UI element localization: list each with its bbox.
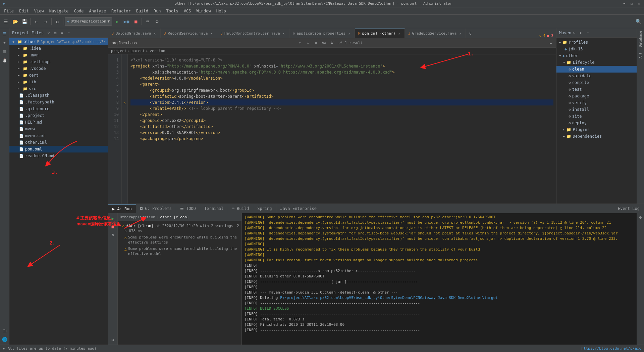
tree-item-mvnwcmd[interactable]: 📄 mvnw.cmd (9, 132, 108, 139)
maven-install-item[interactable]: ⚙ install (556, 106, 637, 113)
tree-item-root[interactable]: ▼ 📁 other F:\project\AI\axc.px82.com\Loo… (9, 38, 108, 45)
breadcrumb-project[interactable]: project (111, 49, 126, 53)
tree-item-idea[interactable]: ► 📁 .idea (9, 45, 108, 52)
maven-compile-item[interactable]: ⚙ compile (556, 79, 637, 86)
tree-item-classpath[interactable]: 📄 .classpath (9, 92, 108, 99)
tab-gradelogservice[interactable]: J GradeLogService.java ✕ (405, 29, 466, 38)
right-tab-database[interactable]: Database (637, 28, 644, 50)
menu-run[interactable]: Run (151, 8, 164, 14)
bottom-tab-run[interactable]: ▶ 4: Run (108, 204, 136, 213)
run-config-dropdown[interactable]: ◆ OtherApplication ▼ (65, 17, 112, 26)
tab-close-button[interactable]: ✕ (458, 31, 462, 35)
search-regex-button[interactable]: .* (337, 40, 343, 46)
bottom-tab-build[interactable]: ⌨ Build (228, 204, 254, 213)
menu-tools[interactable]: Tools (164, 8, 181, 14)
panel-minimize-button[interactable]: − (66, 30, 72, 36)
run-start-button[interactable]: ▶ (109, 215, 117, 222)
menu-edit[interactable]: Edit (16, 8, 32, 14)
project-icon[interactable]: ☰ (1, 30, 9, 38)
tree-item-mvnw[interactable]: 📄 mvnw (9, 126, 108, 132)
run-rerun-button[interactable]: ↻ (109, 231, 117, 238)
panel-gear-button[interactable]: ⚙ (59, 30, 65, 36)
web-icon[interactable]: 🌐 (1, 335, 9, 343)
structure-icon[interactable]: ▦ (1, 47, 9, 55)
tree-item-settings[interactable]: ► 📁 .settings (9, 58, 108, 65)
menu-refactor[interactable]: Refactor (109, 8, 133, 14)
search-everywhere-button[interactable]: 🔍 (634, 17, 643, 26)
tree-item-vscode[interactable]: ► 📁 .vscode (9, 65, 108, 72)
open-button[interactable]: 📂 (11, 17, 19, 26)
tree-item-cert[interactable]: ► 📁 cert (9, 72, 108, 79)
menu-vcs[interactable]: VCS (181, 8, 194, 14)
menu-file[interactable]: File (1, 8, 16, 14)
minimize-button[interactable]: − (622, 1, 627, 6)
back-button[interactable]: ← (32, 17, 41, 26)
search-close-button[interactable]: ✕ (313, 40, 319, 46)
right-tab-ant[interactable]: Ant (637, 50, 644, 61)
tab-uploadgrade[interactable]: J UploadGrade.java ✕ (108, 29, 161, 38)
tab-close-button[interactable]: ✕ (347, 31, 351, 35)
bottom-tab-java-enterprise[interactable]: Java Enterprise (276, 204, 321, 213)
menu-code[interactable]: Code (71, 8, 87, 14)
bottom-tab-problems[interactable]: ◘ 6: Problems (136, 204, 176, 213)
search-word-button[interactable]: W (329, 40, 335, 46)
maven-package-item[interactable]: ⚙ package (556, 93, 637, 99)
maven-minimize-button[interactable]: − (585, 30, 591, 36)
menu-view[interactable]: View (32, 8, 47, 14)
maven-lifecycle-item[interactable]: ▼ 📁 Lifecycle (556, 59, 637, 66)
tab-pomxml[interactable]: M pom.xml (other) ✕ (355, 29, 405, 38)
maven-other-item[interactable]: ▼ ◆ other (556, 52, 637, 59)
delete-path-link[interactable]: F:\project\AI\axc.px82.com\LoopV5\bsn_sd… (280, 296, 498, 300)
search-input[interactable] (110, 40, 295, 46)
tab-helloworldcontroller[interactable]: J HelloWorldController.java ✕ (217, 29, 289, 38)
tree-item-factorypath[interactable]: 📄 .factorypath (9, 99, 108, 105)
breadcrumb-parent[interactable]: parent (131, 49, 145, 53)
close-button[interactable]: ✕ (637, 1, 641, 6)
tree-item-helpmd[interactable]: 📄 HELP.md (9, 119, 108, 126)
panel-settings-button[interactable]: ⚙ (46, 30, 52, 36)
save-button[interactable]: 💾 (20, 17, 29, 26)
tab-close-button[interactable]: ✕ (153, 31, 157, 35)
maven-verify-item[interactable]: ⚙ verify (556, 99, 637, 106)
tree-item-project[interactable]: 📄 .project (9, 112, 108, 119)
tree-item-mvn[interactable]: ► 📁 .mvn (9, 52, 108, 58)
menu-help[interactable]: Help (214, 8, 229, 14)
maven-clean-item[interactable]: ⚙ clean (556, 66, 637, 73)
new-file-button[interactable]: ☰ (1, 17, 10, 26)
refresh-button[interactable]: ↻ (53, 17, 62, 26)
run-settings-button[interactable]: ⚙ (109, 336, 117, 343)
console-output[interactable]: [WARNING] Some problems were encountered… (242, 213, 637, 345)
search-prev-button[interactable]: ↑ (297, 40, 303, 46)
build-project-button[interactable]: ⌨ (143, 17, 152, 26)
breadcrumb-version[interactable]: version (150, 49, 165, 53)
maven-execute-button[interactable]: ▶ (578, 30, 584, 36)
forward-button[interactable]: → (41, 17, 50, 26)
git-icon[interactable]: ⛄ (1, 56, 9, 64)
search-settings-icon[interactable]: ≡ (547, 40, 554, 46)
bottom-tab-terminal[interactable]: Terminal (200, 204, 228, 213)
debug-button[interactable]: ▶● (122, 17, 131, 26)
maven-validate-item[interactable]: ⚙ validate (556, 73, 637, 79)
tree-item-src[interactable]: ► 📁 src (9, 85, 108, 92)
run-stop-button[interactable]: ■ (109, 223, 117, 230)
maven-site-item[interactable]: ⚙ site (556, 113, 637, 120)
tab-recordservice[interactable]: J RecordService.java ✕ (161, 29, 217, 38)
maximize-button[interactable]: ☐ (629, 1, 634, 6)
search-next-button[interactable]: ↓ (305, 40, 311, 46)
bottom-tab-todo[interactable]: ☰ TODO (176, 204, 200, 213)
favorites-icon[interactable]: ★ (1, 38, 9, 46)
code-content[interactable]: <?xml version="1.0" encoding="UTF-8"?> <… (128, 54, 556, 204)
settings-button[interactable]: ⚙ (153, 17, 161, 26)
maven-jdk-item[interactable]: ◆ jdk-15 (556, 46, 637, 52)
tree-item-otheriml[interactable]: 📄 other.iml (9, 139, 108, 146)
run-button[interactable]: ▶ (113, 17, 121, 26)
maven-dependencies-item[interactable]: ► 📁 Dependencies (556, 133, 637, 140)
tab-c[interactable]: C (466, 29, 475, 38)
tab-close-button[interactable]: ✕ (282, 31, 286, 35)
status-link[interactable]: https://blog.csdn.net/p/axc (581, 346, 641, 351)
tab-close-button[interactable]: ✕ (209, 31, 213, 35)
maven-profiles-item[interactable]: ► 📁 Profiles (556, 39, 637, 46)
menu-navigate[interactable]: Navigate (47, 8, 71, 14)
menu-window[interactable]: Window (194, 8, 213, 14)
bottom-tab-event-log[interactable]: Event Log (614, 204, 644, 213)
